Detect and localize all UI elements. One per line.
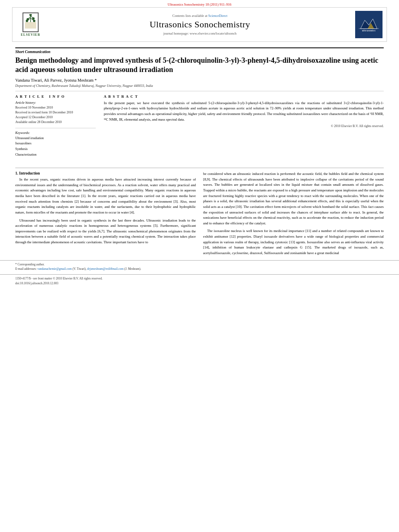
right-para-1: be considered when an ultrasonic induced… (203, 171, 384, 226)
available-date: Available online 28 December 2010 (15, 120, 96, 125)
main-right-col: be considered when an ultrasonic induced… (203, 171, 384, 258)
email-link-tiwari[interactable]: vandanachemie@gmail.com (37, 267, 72, 271)
logo-wave-svg (359, 17, 379, 29)
article-history: Article history: Received 10 November 20… (15, 101, 96, 125)
keyword-2: Isoxazolines (15, 141, 96, 146)
footer-issn: 1350-4177/$ - see front matter © 2010 El… (15, 276, 384, 281)
author-names: Vandana Tiwari, Ali Parvez, Jyotsna Mesh… (15, 78, 97, 82)
elsevier-logo-box (23, 12, 39, 32)
copyright: © 2010 Elsevier B.V. All rights reserved… (104, 124, 384, 128)
accepted-date: Accepted 12 December 2010 (15, 115, 96, 120)
journal-title: Ultrasonics Sonochemistry (45, 19, 355, 30)
affiliation: Department of Chemistry, Rashtrasant Tuk… (15, 84, 384, 88)
email-label: E-mail addresses: (15, 267, 37, 271)
info-divider (15, 128, 96, 128)
contents-line: Contents lists available at ScienceDirec… (45, 14, 355, 18)
right-para-2: The isoxazoline nucleus is well known fo… (203, 228, 384, 256)
homepage-text: journal homepage: www.elsevier.com/locat… (163, 31, 237, 35)
abstract-label: A B S T R A C T (104, 94, 384, 99)
affiliation-divider (15, 91, 384, 91)
elsevier-wordmark: ELSEVIER (21, 33, 40, 37)
abstract-text: In the present paper, we have executed t… (104, 101, 384, 123)
ultrasonics-logo-text: ultrasonics (362, 29, 376, 32)
page: Ultrasonics Sonochemistry 18 (2011) 911–… (0, 0, 399, 532)
keywords-section: Keywords: Ultrasound irradiation Isoxazo… (15, 131, 96, 157)
intro-heading: 1. Introduction (15, 171, 196, 175)
keyword-1: Ultrasound irradiation (15, 136, 96, 141)
section-divider (15, 168, 384, 168)
article-meta-section: A R T I C L E I N F O Article history: R… (15, 94, 384, 160)
intro-para-2: Ultrasound has increasingly been used in… (15, 218, 196, 245)
article-type: Short Communication (15, 50, 384, 54)
ultrasonics-logo: ultrasonics (355, 11, 383, 38)
corresponding-label: * Corresponding author. (15, 262, 384, 267)
email-link-meshram[interactable]: drjsmeshram@rediffmail.com (87, 267, 123, 271)
main-content: 1. Introduction In the recent years, org… (0, 171, 399, 258)
received-date: Received 10 November 2010 (15, 105, 96, 110)
corresponding-text: * Corresponding author. (15, 263, 45, 266)
svg-rect-0 (25, 22, 36, 29)
svg-point-9 (26, 20, 28, 22)
article-info-label: A R T I C L E I N F O (15, 94, 96, 99)
authors: Vandana Tiwari, Ali Parvez, Jyotsna Mesh… (15, 78, 384, 82)
footer-bar: 1350-4177/$ - see front matter © 2010 El… (0, 274, 399, 288)
svg-point-8 (32, 17, 35, 20)
email-footnote: E-mail addresses: vandanachemie@gmail.co… (15, 267, 384, 271)
elsevier-tree-icon (25, 14, 36, 31)
svg-point-6 (29, 14, 32, 16)
svg-point-10 (33, 20, 35, 22)
header-divider (15, 47, 384, 48)
article-title: Benign methodology and improved synthesi… (15, 56, 384, 75)
citation-text: Ultrasonics Sonochemistry 18 (2011) 911–… (168, 2, 232, 6)
article-info-col: A R T I C L E I N F O Article history: R… (15, 94, 96, 160)
journal-homepage: journal homepage: www.elsevier.com/locat… (45, 31, 355, 35)
keyword-3: Synthesis (15, 146, 96, 152)
footnote-area: * Corresponding author. E-mail addresses… (0, 260, 399, 273)
intro-para-1: In the recent years, organic reactions d… (15, 177, 196, 215)
sciencedirect-link[interactable]: ScienceDirect (208, 14, 228, 18)
elsevier-logo: ELSEVIER (16, 12, 45, 37)
journal-citation: Ultrasonics Sonochemistry 18 (2011) 911–… (0, 0, 399, 7)
revised-date: Received in revised form 10 December 201… (15, 110, 96, 115)
main-left-col: 1. Introduction In the recent years, org… (15, 171, 196, 258)
history-label: Article history: (15, 101, 96, 105)
journal-center-header: Contents lists available at ScienceDirec… (45, 14, 355, 35)
footer-doi: doi:10.1016/j.ultsonch.2010.12.003 (15, 281, 384, 286)
journal-header: ELSEVIER Contents lists available at Sci… (12, 7, 387, 42)
keyword-4: Characterization (15, 152, 96, 158)
abstract-col: A B S T R A C T In the present paper, we… (104, 94, 384, 160)
keywords-label: Keywords: (15, 131, 96, 135)
article-body: Short Communication Benign methodology a… (0, 42, 399, 164)
